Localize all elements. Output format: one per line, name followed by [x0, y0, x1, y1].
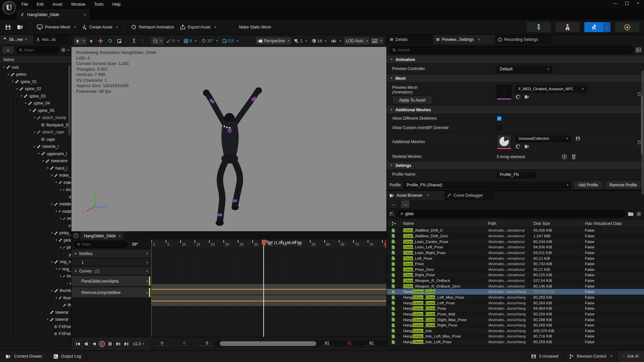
- curve-removejumpadditive[interactable]: [151, 301, 386, 301]
- asset-row[interactable]: Glide_Additive_Drift_C/Animatio...nimati…: [387, 228, 644, 233]
- expander-icon[interactable]: ▼: [38, 152, 41, 155]
- bone-row-p[interactable]: p: [0, 251, 71, 258]
- notify-track-1[interactable]: 1▾: [71, 258, 151, 266]
- lit-mode-selector[interactable]: Lit▾: [310, 37, 328, 45]
- apply-to-asset-button[interactable]: Apply To Asset: [392, 96, 432, 104]
- bone-row-hand_l[interactable]: ▼hand_l: [0, 165, 71, 172]
- section-animation[interactable]: ▼Animation: [387, 56, 644, 64]
- view-start-field[interactable]: 0: [201, 341, 213, 346]
- pivot-options-button[interactable]: [130, 37, 138, 45]
- asset-row[interactable]: Glide_Right_Pose/Animatio...nimations/80…: [387, 272, 644, 278]
- perspective-selector[interactable]: Perspective▾: [256, 37, 291, 45]
- bone-row-midd[interactable]: ▼midd: [0, 208, 71, 215]
- bone-row-pir[interactable]: ▼pir: [0, 244, 71, 251]
- notifies-track-header[interactable]: ▼Notifies▾: [71, 250, 151, 258]
- bone-row-middle[interactable]: ▼middle: [0, 201, 71, 208]
- browse-content-button[interactable]: [14, 22, 27, 32]
- asset-row[interactable]: HangGlider_Glide_Left_Pose/Animatio...ti…: [387, 300, 644, 306]
- grid-snap-button[interactable]: 8▾: [182, 37, 198, 45]
- tab-preview-scene-settings[interactable]: Preview...Settings ×: [433, 35, 495, 44]
- col-has-virtualized-data[interactable]: Has Virtualized Data: [585, 221, 622, 226]
- curve-paraglidleanalpha[interactable]: [151, 289, 386, 290]
- expander-icon[interactable]: ▼: [59, 188, 63, 191]
- expander-icon[interactable]: ▼: [51, 232, 54, 235]
- bone-row-root[interactable]: ▼root: [0, 64, 71, 71]
- close-icon[interactable]: ×: [637, 1, 639, 6]
- tab-close-icon[interactable]: ×: [427, 193, 429, 198]
- expander-icon[interactable]: ▼: [33, 116, 37, 119]
- bone-row-Backpack_E[interactable]: Backpack_E: [0, 121, 71, 129]
- bone-row-inc[interactable]: ▼inc: [0, 186, 71, 194]
- bone-row-ring_[interactable]: ▼ring_: [0, 265, 71, 273]
- record-button[interactable]: [98, 340, 106, 348]
- save-button[interactable]: [2, 22, 14, 32]
- asset-row[interactable]: Glide_Pose/Animatio...nimations/80,743 K…: [387, 261, 644, 267]
- delete-elements-icon[interactable]: [572, 154, 576, 159]
- menu-item-tools[interactable]: Tools: [94, 2, 104, 7]
- add-bone-button[interactable]: +: [2, 46, 14, 54]
- settings-gear-icon[interactable]: [636, 212, 641, 217]
- display-filter-icon[interactable]: [636, 48, 641, 52]
- expander-icon[interactable]: ▼: [46, 318, 50, 321]
- tab-close-icon[interactable]: ×: [84, 12, 86, 17]
- bone-row-mi[interactable]: ▼mi: [0, 215, 71, 223]
- bone-row-lowerar[interactable]: lowerar: [0, 309, 71, 316]
- show-flags-button[interactable]: ▾: [329, 38, 343, 44]
- expander-icon[interactable]: ▼: [55, 296, 58, 299]
- viewport-options-button[interactable]: ▾: [74, 38, 87, 45]
- expander-icon[interactable]: ▼: [33, 131, 37, 134]
- allow-custom-animbp-checkbox[interactable]: [497, 125, 502, 130]
- range-end-field[interactable]: 81: [366, 341, 378, 346]
- scale-tool-button[interactable]: [115, 38, 123, 45]
- asset-row[interactable]: Glide_Left_Pose/Animatio...nimations/80,…: [387, 255, 644, 261]
- menu-item-help[interactable]: Help: [112, 2, 121, 7]
- to-end-button[interactable]: [122, 340, 130, 348]
- expander-icon[interactable]: ▼: [42, 160, 45, 163]
- translate-tool-button[interactable]: [97, 37, 105, 45]
- asset-row[interactable]: Glide_Lean_Left_Pose/Animatio...nimation…: [387, 244, 644, 250]
- unsaved-assets-button[interactable]: * 3 Unsaved: [525, 351, 564, 362]
- revision-control-button[interactable]: Revision Control▾: [564, 351, 618, 362]
- bone-row-thumb[interactable]: ▼thumb: [0, 287, 71, 295]
- details-search[interactable]: [389, 46, 633, 54]
- bone-row-index_[interactable]: ▼index_: [0, 172, 71, 179]
- end-frame-field[interactable]: 81: [343, 341, 356, 346]
- menu-item-window[interactable]: Window: [71, 2, 86, 7]
- expander-icon[interactable]: ▼: [29, 109, 32, 112]
- asset-row[interactable]: Glide_Additive_Drift_Zero/Animatio...nim…: [387, 233, 644, 239]
- hierarchy-toggle-icon[interactable]: [391, 221, 396, 226]
- expander-icon[interactable]: ▼: [20, 95, 23, 98]
- curve-track-removejumpadditive[interactable]: RemoveJumpAdditive▾: [71, 287, 151, 298]
- timeline-scrollbar-thumb[interactable]: [220, 341, 316, 346]
- tree-column-name[interactable]: Name: [0, 56, 71, 64]
- expander-icon[interactable]: ▼: [55, 239, 58, 242]
- reset-to-default-icon[interactable]: [637, 92, 641, 96]
- lod-selector[interactable]: LOD Auto▾: [344, 37, 370, 45]
- expander-icon[interactable]: ▼: [51, 203, 54, 206]
- bone-row-spine_05[interactable]: ▼spine_05: [0, 107, 71, 114]
- asset-row[interactable]: HangGlider_Glide_Pose_Add/Animatio...tio…: [387, 311, 644, 317]
- col-name[interactable]: Name: [403, 221, 414, 226]
- pause-button[interactable]: [106, 340, 114, 348]
- rotation-grid-snap-button[interactable]: ▾: [151, 37, 164, 45]
- asset-search-value[interactable]: glide: [405, 212, 414, 216]
- expander-icon[interactable]: ▼: [55, 267, 58, 270]
- expander-icon[interactable]: ▼: [59, 246, 63, 249]
- expander-icon[interactable]: ▼: [51, 174, 54, 177]
- profile-name-input[interactable]: Profile_FN: [497, 171, 536, 178]
- bone-row-FXPoir[interactable]: FXPoir: [0, 330, 71, 338]
- section-settings[interactable]: ▼Settings: [387, 162, 644, 170]
- col-path[interactable]: Path: [488, 221, 496, 226]
- bone-row-spine_03[interactable]: ▼spine_03: [0, 93, 71, 100]
- help-icon[interactable]: ?: [73, 233, 78, 238]
- asset-row[interactable]: Glide_Weapon_R_OnBack/Animatio...nimatio…: [387, 278, 644, 284]
- unreal-logo-icon[interactable]: U: [2, 1, 16, 14]
- minimize-icon[interactable]: —: [613, 1, 617, 6]
- remove-profile-button[interactable]: Remove Profile: [605, 181, 641, 189]
- asset-row[interactable]: Glide_Weapon_R_OnBack_Zero/Animatio...ni…: [387, 283, 644, 289]
- col-disk-size[interactable]: Disk Size: [533, 221, 550, 226]
- asset-row[interactable]: Glide_Pose_Zero/Animatio...nimations/80,…: [387, 266, 644, 272]
- skeleton-search[interactable]: [16, 46, 59, 54]
- bone-row-pinky_[interactable]: ▼pinky_: [0, 230, 71, 237]
- bone-row-spine_01[interactable]: ▼spine_01: [0, 78, 71, 85]
